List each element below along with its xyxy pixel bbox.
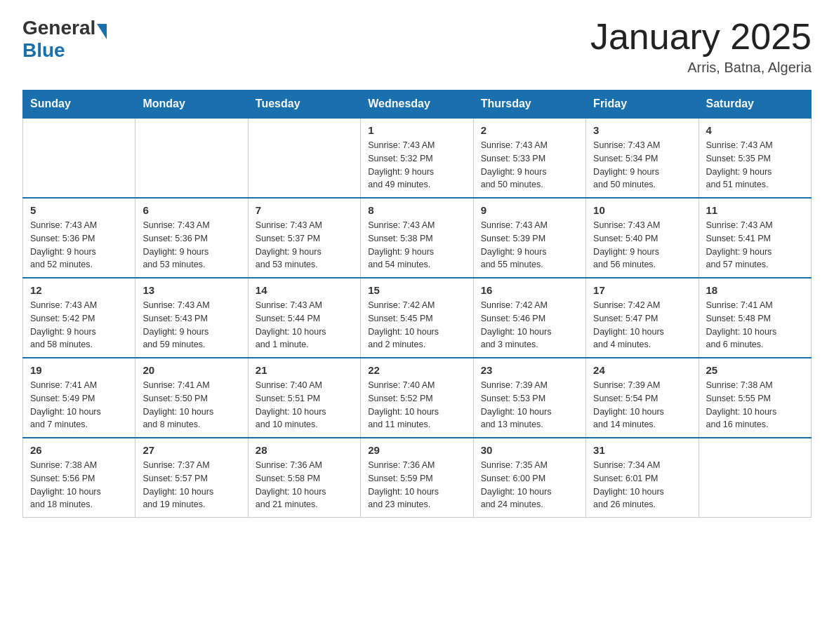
calendar-cell: 17Sunrise: 7:42 AM Sunset: 5:47 PM Dayli… — [586, 278, 699, 358]
day-info: Sunrise: 7:35 AM Sunset: 6:00 PM Dayligh… — [481, 459, 578, 511]
weekday-header-saturday: Saturday — [699, 90, 811, 119]
day-info: Sunrise: 7:43 AM Sunset: 5:33 PM Dayligh… — [481, 139, 578, 192]
calendar-cell: 16Sunrise: 7:42 AM Sunset: 5:46 PM Dayli… — [473, 278, 585, 358]
weekday-header-thursday: Thursday — [473, 90, 585, 119]
weekday-header-sunday: Sunday — [23, 90, 135, 119]
day-info: Sunrise: 7:43 AM Sunset: 5:42 PM Dayligh… — [30, 299, 128, 351]
day-number: 8 — [368, 204, 465, 216]
day-info: Sunrise: 7:43 AM Sunset: 5:40 PM Dayligh… — [593, 219, 691, 271]
calendar-cell: 19Sunrise: 7:41 AM Sunset: 5:49 PM Dayli… — [23, 358, 135, 438]
month-title: January 2025 — [590, 17, 812, 57]
day-info: Sunrise: 7:34 AM Sunset: 6:01 PM Dayligh… — [593, 459, 691, 511]
calendar-cell: 28Sunrise: 7:36 AM Sunset: 5:58 PM Dayli… — [248, 438, 360, 518]
calendar-cell: 22Sunrise: 7:40 AM Sunset: 5:52 PM Dayli… — [361, 358, 473, 438]
calendar-cell: 1Sunrise: 7:43 AM Sunset: 5:32 PM Daylig… — [361, 118, 473, 198]
calendar-cell: 26Sunrise: 7:38 AM Sunset: 5:56 PM Dayli… — [23, 438, 135, 518]
day-number: 3 — [593, 124, 691, 136]
day-number: 5 — [30, 204, 128, 216]
day-number: 20 — [143, 364, 240, 376]
day-number: 30 — [481, 444, 578, 456]
calendar-cell: 25Sunrise: 7:38 AM Sunset: 5:55 PM Dayli… — [699, 358, 811, 438]
day-info: Sunrise: 7:38 AM Sunset: 5:56 PM Dayligh… — [30, 459, 128, 511]
day-number: 19 — [30, 364, 128, 376]
day-info: Sunrise: 7:43 AM Sunset: 5:38 PM Dayligh… — [368, 219, 465, 271]
day-info: Sunrise: 7:43 AM Sunset: 5:43 PM Dayligh… — [143, 299, 240, 351]
day-info: Sunrise: 7:36 AM Sunset: 5:59 PM Dayligh… — [368, 459, 465, 511]
day-number: 14 — [256, 284, 353, 296]
calendar-week-row: 26Sunrise: 7:38 AM Sunset: 5:56 PM Dayli… — [23, 438, 812, 518]
weekday-header-friday: Friday — [586, 90, 699, 119]
calendar-cell — [699, 438, 811, 518]
day-info: Sunrise: 7:38 AM Sunset: 5:55 PM Dayligh… — [706, 379, 804, 431]
logo-blue-text: Blue — [22, 39, 107, 62]
calendar-cell: 23Sunrise: 7:39 AM Sunset: 5:53 PM Dayli… — [473, 358, 585, 438]
day-info: Sunrise: 7:43 AM Sunset: 5:35 PM Dayligh… — [706, 139, 804, 192]
calendar-cell: 29Sunrise: 7:36 AM Sunset: 5:59 PM Dayli… — [361, 438, 473, 518]
calendar-cell: 20Sunrise: 7:41 AM Sunset: 5:50 PM Dayli… — [135, 358, 248, 438]
calendar-cell — [248, 118, 360, 198]
calendar-cell — [23, 118, 135, 198]
calendar-cell: 9Sunrise: 7:43 AM Sunset: 5:39 PM Daylig… — [473, 198, 585, 278]
day-info: Sunrise: 7:40 AM Sunset: 5:52 PM Dayligh… — [368, 379, 465, 431]
day-number: 29 — [368, 444, 465, 456]
day-info: Sunrise: 7:42 AM Sunset: 5:45 PM Dayligh… — [368, 299, 465, 351]
calendar-cell: 31Sunrise: 7:34 AM Sunset: 6:01 PM Dayli… — [586, 438, 699, 518]
day-number: 10 — [593, 204, 691, 216]
calendar-cell: 24Sunrise: 7:39 AM Sunset: 5:54 PM Dayli… — [586, 358, 699, 438]
day-number: 17 — [593, 284, 691, 296]
day-info: Sunrise: 7:40 AM Sunset: 5:51 PM Dayligh… — [256, 379, 353, 431]
logo: General Blue — [22, 17, 107, 62]
day-number: 13 — [143, 284, 240, 296]
calendar-cell: 12Sunrise: 7:43 AM Sunset: 5:42 PM Dayli… — [23, 278, 135, 358]
calendar-table: SundayMondayTuesdayWednesdayThursdayFrid… — [22, 90, 812, 518]
day-info: Sunrise: 7:42 AM Sunset: 5:47 PM Dayligh… — [593, 299, 691, 351]
calendar-week-row: 12Sunrise: 7:43 AM Sunset: 5:42 PM Dayli… — [23, 278, 812, 358]
weekday-header-tuesday: Tuesday — [248, 90, 360, 119]
day-number: 1 — [368, 124, 465, 136]
day-info: Sunrise: 7:41 AM Sunset: 5:50 PM Dayligh… — [143, 379, 240, 431]
calendar-header-row: SundayMondayTuesdayWednesdayThursdayFrid… — [23, 90, 812, 119]
calendar-cell: 4Sunrise: 7:43 AM Sunset: 5:35 PM Daylig… — [699, 118, 811, 198]
day-number: 15 — [368, 284, 465, 296]
calendar-cell: 11Sunrise: 7:43 AM Sunset: 5:41 PM Dayli… — [699, 198, 811, 278]
day-number: 7 — [256, 204, 353, 216]
day-info: Sunrise: 7:43 AM Sunset: 5:32 PM Dayligh… — [368, 139, 465, 192]
day-info: Sunrise: 7:41 AM Sunset: 5:49 PM Dayligh… — [30, 379, 128, 431]
day-info: Sunrise: 7:41 AM Sunset: 5:48 PM Dayligh… — [706, 299, 804, 351]
day-info: Sunrise: 7:43 AM Sunset: 5:39 PM Dayligh… — [481, 219, 578, 271]
day-number: 18 — [706, 284, 804, 296]
calendar-cell: 15Sunrise: 7:42 AM Sunset: 5:45 PM Dayli… — [361, 278, 473, 358]
logo-triangle-icon — [97, 24, 107, 39]
title-section: January 2025 Arris, Batna, Algeria — [590, 17, 812, 76]
calendar-cell: 10Sunrise: 7:43 AM Sunset: 5:40 PM Dayli… — [586, 198, 699, 278]
day-number: 12 — [30, 284, 128, 296]
calendar-cell: 27Sunrise: 7:37 AM Sunset: 5:57 PM Dayli… — [135, 438, 248, 518]
day-number: 11 — [706, 204, 804, 216]
day-info: Sunrise: 7:43 AM Sunset: 5:44 PM Dayligh… — [256, 299, 353, 351]
calendar-cell: 5Sunrise: 7:43 AM Sunset: 5:36 PM Daylig… — [23, 198, 135, 278]
calendar-cell: 3Sunrise: 7:43 AM Sunset: 5:34 PM Daylig… — [586, 118, 699, 198]
day-number: 4 — [706, 124, 804, 136]
day-number: 24 — [593, 364, 691, 376]
calendar-cell: 18Sunrise: 7:41 AM Sunset: 5:48 PM Dayli… — [699, 278, 811, 358]
calendar-cell: 21Sunrise: 7:40 AM Sunset: 5:51 PM Dayli… — [248, 358, 360, 438]
calendar-cell: 7Sunrise: 7:43 AM Sunset: 5:37 PM Daylig… — [248, 198, 360, 278]
day-info: Sunrise: 7:43 AM Sunset: 5:36 PM Dayligh… — [143, 219, 240, 271]
logo-general-text: General — [22, 17, 95, 39]
calendar-cell: 6Sunrise: 7:43 AM Sunset: 5:36 PM Daylig… — [135, 198, 248, 278]
calendar-week-row: 19Sunrise: 7:41 AM Sunset: 5:49 PM Dayli… — [23, 358, 812, 438]
calendar-cell: 13Sunrise: 7:43 AM Sunset: 5:43 PM Dayli… — [135, 278, 248, 358]
day-info: Sunrise: 7:43 AM Sunset: 5:36 PM Dayligh… — [30, 219, 128, 271]
day-number: 6 — [143, 204, 240, 216]
calendar-cell — [135, 118, 248, 198]
page-header: General Blue January 2025 Arris, Batna, … — [22, 17, 812, 76]
day-info: Sunrise: 7:39 AM Sunset: 5:53 PM Dayligh… — [481, 379, 578, 431]
day-info: Sunrise: 7:36 AM Sunset: 5:58 PM Dayligh… — [256, 459, 353, 511]
day-number: 28 — [256, 444, 353, 456]
day-info: Sunrise: 7:37 AM Sunset: 5:57 PM Dayligh… — [143, 459, 240, 511]
calendar-week-row: 1Sunrise: 7:43 AM Sunset: 5:32 PM Daylig… — [23, 118, 812, 198]
calendar-cell: 14Sunrise: 7:43 AM Sunset: 5:44 PM Dayli… — [248, 278, 360, 358]
calendar-cell: 30Sunrise: 7:35 AM Sunset: 6:00 PM Dayli… — [473, 438, 585, 518]
day-number: 16 — [481, 284, 578, 296]
day-number: 21 — [256, 364, 353, 376]
